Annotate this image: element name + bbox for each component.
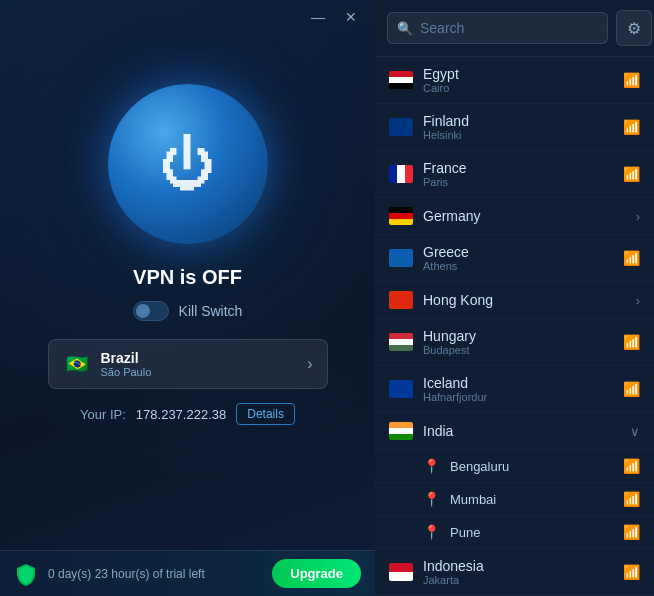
country-item-finland[interactable]: Finland Helsinki 📶 xyxy=(375,104,654,151)
country-item-hungary[interactable]: Hungary Budapest 📶 xyxy=(375,319,654,366)
flag-finland xyxy=(389,118,413,136)
search-bar: 🔍 ⚙ xyxy=(375,0,654,57)
trial-bar: 0 day(s) 23 hour(s) of trial left Upgrad… xyxy=(0,550,375,596)
search-input[interactable] xyxy=(387,12,608,44)
signal-icon-france: 📶 xyxy=(623,166,640,182)
sub-city-pune: Pune xyxy=(450,525,617,540)
chevron-down-icon-india: ∨ xyxy=(630,424,640,439)
sub-item-bengaluru[interactable]: 📍 Bengaluru 📶 xyxy=(375,450,654,483)
search-wrapper: 🔍 xyxy=(387,12,608,44)
country-item-germany[interactable]: Germany › xyxy=(375,198,654,235)
country-name-india: India xyxy=(423,423,624,439)
arrow-right-icon: › xyxy=(307,355,312,373)
signal-icon-hungary: 📶 xyxy=(623,334,640,350)
power-icon: ⏻ xyxy=(160,136,216,192)
minimize-button[interactable]: — xyxy=(305,8,331,26)
country-name-egypt: Egypt xyxy=(423,66,617,82)
left-panel: — ✕ ⏻ VPN is OFF Kill Switch 🇧🇷 Brazil S… xyxy=(0,0,375,596)
country-info-greece: Greece Athens xyxy=(423,244,617,272)
country-item-indonesia[interactable]: Indonesia Jakarta 📶 xyxy=(375,549,654,596)
country-info-germany: Germany xyxy=(423,208,630,224)
sub-city-bengaluru: Bengaluru xyxy=(450,459,617,474)
chevron-right-icon-germany: › xyxy=(636,209,640,224)
trial-text: 0 day(s) 23 hour(s) of trial left xyxy=(48,567,262,581)
country-item-egypt[interactable]: Egypt Cairo 📶 xyxy=(375,57,654,104)
country-city-greece: Athens xyxy=(423,260,617,272)
country-info-hongkong: Hong Kong xyxy=(423,292,630,308)
signal-icon-finland: 📶 xyxy=(623,119,640,135)
country-city-indonesia: Jakarta xyxy=(423,574,617,586)
location-pin-mumbai: 📍 xyxy=(423,491,440,507)
kill-switch-toggle[interactable] xyxy=(133,301,169,321)
country-name-hongkong: Hong Kong xyxy=(423,292,630,308)
gear-icon: ⚙ xyxy=(627,19,641,38)
country-item-india[interactable]: India ∨ xyxy=(375,413,654,450)
flag-greece xyxy=(389,249,413,267)
server-info: Brazil São Paulo xyxy=(101,350,308,378)
details-button[interactable]: Details xyxy=(236,403,295,425)
country-list: Egypt Cairo 📶 Finland Helsinki 📶 France … xyxy=(375,57,654,596)
country-name-iceland: Iceland xyxy=(423,375,617,391)
signal-icon-pune: 📶 xyxy=(623,524,640,540)
country-info-indonesia: Indonesia Jakarta xyxy=(423,558,617,586)
signal-icon-iceland: 📶 xyxy=(623,381,640,397)
flag-france xyxy=(389,165,413,183)
country-info-finland: Finland Helsinki xyxy=(423,113,617,141)
country-city-egypt: Cairo xyxy=(423,82,617,94)
signal-icon-indonesia: 📶 xyxy=(623,564,640,580)
country-item-greece[interactable]: Greece Athens 📶 xyxy=(375,235,654,282)
toggle-knob xyxy=(136,304,150,318)
server-city: São Paulo xyxy=(101,366,308,378)
country-name-france: France xyxy=(423,160,617,176)
settings-button[interactable]: ⚙ xyxy=(616,10,652,46)
selected-flag: 🇧🇷 xyxy=(63,350,91,378)
country-name-finland: Finland xyxy=(423,113,617,129)
power-button[interactable]: ⏻ xyxy=(108,84,268,244)
country-city-iceland: Hafnarfjordur xyxy=(423,391,617,403)
country-name-indonesia: Indonesia xyxy=(423,558,617,574)
country-item-hongkong[interactable]: Hong Kong › xyxy=(375,282,654,319)
signal-icon-mumbai: 📶 xyxy=(623,491,640,507)
upgrade-button[interactable]: Upgrade xyxy=(272,559,361,588)
vpn-status: VPN is OFF xyxy=(133,266,242,289)
sub-city-mumbai: Mumbai xyxy=(450,492,617,507)
server-country: Brazil xyxy=(101,350,308,366)
server-selector[interactable]: 🇧🇷 Brazil São Paulo › xyxy=(48,339,328,389)
signal-icon-greece: 📶 xyxy=(623,250,640,266)
signal-icon-egypt: 📶 xyxy=(623,72,640,88)
country-city-france: Paris xyxy=(423,176,617,188)
country-item-iceland[interactable]: Iceland Hafnarfjordur 📶 xyxy=(375,366,654,413)
sub-item-pune[interactable]: 📍 Pune 📶 xyxy=(375,516,654,549)
flag-hongkong xyxy=(389,291,413,309)
location-pin-pune: 📍 xyxy=(423,524,440,540)
country-info-iceland: Iceland Hafnarfjordur xyxy=(423,375,617,403)
country-name-greece: Greece xyxy=(423,244,617,260)
country-info-hungary: Hungary Budapest xyxy=(423,328,617,356)
location-pin-bengaluru: 📍 xyxy=(423,458,440,474)
country-city-finland: Helsinki xyxy=(423,129,617,141)
country-city-hungary: Budapest xyxy=(423,344,617,356)
kill-switch-label: Kill Switch xyxy=(179,303,243,319)
country-item-france[interactable]: France Paris 📶 xyxy=(375,151,654,198)
flag-iceland xyxy=(389,380,413,398)
signal-icon-bengaluru: 📶 xyxy=(623,458,640,474)
sub-item-mumbai[interactable]: 📍 Mumbai 📶 xyxy=(375,483,654,516)
right-panel: 🔍 ⚙ Egypt Cairo 📶 Finland Helsinki 📶 xyxy=(375,0,654,596)
country-info-egypt: Egypt Cairo xyxy=(423,66,617,94)
country-info-france: France Paris xyxy=(423,160,617,188)
country-name-germany: Germany xyxy=(423,208,630,224)
flag-germany xyxy=(389,207,413,225)
flag-india xyxy=(389,422,413,440)
kill-switch-row: Kill Switch xyxy=(133,301,243,321)
shield-icon xyxy=(14,562,38,586)
flag-hungary xyxy=(389,333,413,351)
ip-row: Your IP: 178.237.222.38 Details xyxy=(80,403,295,425)
country-name-hungary: Hungary xyxy=(423,328,617,344)
ip-label: Your IP: xyxy=(80,407,126,422)
ip-value: 178.237.222.38 xyxy=(136,407,226,422)
country-info-india: India xyxy=(423,423,624,439)
close-button[interactable]: ✕ xyxy=(339,8,363,26)
window-controls: — ✕ xyxy=(305,8,363,26)
flag-egypt xyxy=(389,71,413,89)
title-bar: — ✕ xyxy=(0,0,375,34)
